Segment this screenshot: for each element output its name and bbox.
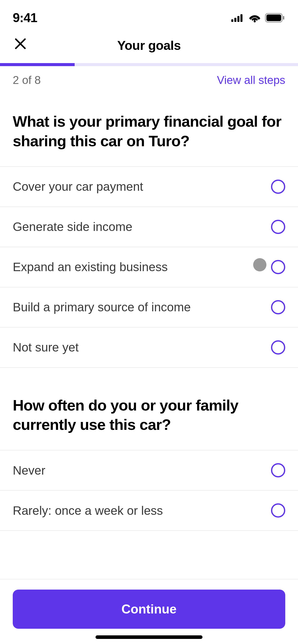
- step-row: 2 of 8 View all steps: [0, 66, 298, 97]
- radio-icon: [271, 340, 285, 355]
- option-label: Expand an existing business: [13, 260, 168, 274]
- option-never[interactable]: Never: [0, 450, 298, 490]
- view-all-steps-link[interactable]: View all steps: [217, 74, 285, 86]
- question-1-block: What is your primary financial goal for …: [0, 97, 298, 368]
- option-label: Not sure yet: [13, 340, 79, 354]
- option-label: Never: [13, 463, 45, 477]
- svg-rect-7: [283, 16, 284, 20]
- svg-rect-6: [266, 14, 281, 21]
- option-rarely[interactable]: Rarely: once a week or less: [0, 490, 298, 531]
- status-icons: [231, 13, 285, 23]
- cellular-icon: [231, 14, 245, 22]
- wifi-icon: [249, 13, 261, 22]
- option-label: Rarely: once a week or less: [13, 504, 163, 518]
- battery-icon: [265, 13, 285, 23]
- option-label: Cover your car payment: [13, 180, 143, 194]
- svg-rect-2: [237, 16, 239, 22]
- home-indicator[interactable]: [96, 635, 202, 639]
- svg-rect-0: [231, 19, 233, 22]
- content: What is your primary financial goal for …: [0, 97, 298, 531]
- footer: Continue: [0, 579, 298, 644]
- question-2-text: How often do you or your family currentl…: [0, 368, 298, 450]
- question-1-text: What is your primary financial goal for …: [0, 97, 298, 166]
- close-icon: [14, 38, 26, 50]
- radio-icon: [271, 180, 285, 194]
- svg-rect-3: [240, 14, 242, 22]
- radio-icon: [271, 463, 285, 477]
- progress-fill: [0, 63, 75, 66]
- option-side-income[interactable]: Generate side income: [0, 207, 298, 247]
- page-title: Your goals: [117, 38, 181, 53]
- option-label: Generate side income: [13, 220, 132, 234]
- cursor-indicator: [253, 258, 266, 271]
- continue-button[interactable]: Continue: [13, 590, 285, 629]
- radio-icon: [271, 300, 285, 314]
- radio-icon: [271, 503, 285, 518]
- option-not-sure[interactable]: Not sure yet: [0, 327, 298, 368]
- svg-rect-1: [234, 18, 236, 22]
- progress-bar: [0, 63, 298, 66]
- step-count-label: 2 of 8: [13, 74, 41, 86]
- radio-icon: [271, 260, 285, 274]
- close-button[interactable]: [13, 36, 28, 51]
- option-cover-payment[interactable]: Cover your car payment: [0, 166, 298, 207]
- option-label: Build a primary source of income: [13, 300, 191, 314]
- option-primary-income[interactable]: Build a primary source of income: [0, 287, 298, 327]
- status-time: 9:41: [13, 10, 37, 25]
- nav-header: Your goals: [0, 33, 298, 63]
- question-2-block: How often do you or your family currentl…: [0, 368, 298, 531]
- svg-point-4: [254, 20, 256, 22]
- radio-icon: [271, 220, 285, 234]
- status-bar: 9:41: [0, 0, 298, 33]
